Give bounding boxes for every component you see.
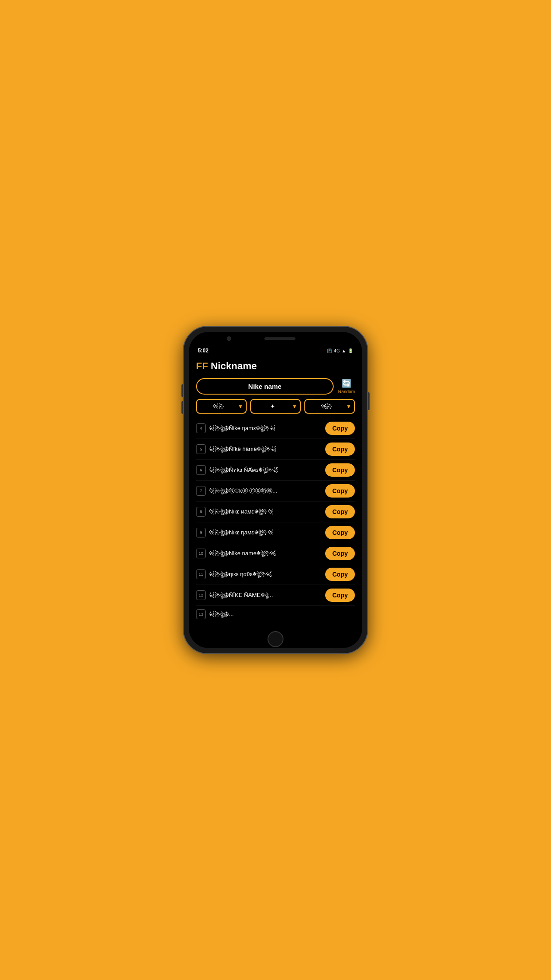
copy-button-8[interactable]: Copy xyxy=(325,505,355,518)
nickname-text-4: ꧁꧂ঔৣ☬Ňike ηamε☬ঔৣ꧂꧁ xyxy=(209,425,322,432)
nickname-text-13: ꧁꧂ঔৣ☬... xyxy=(209,611,355,618)
random-label: Random xyxy=(338,389,355,394)
row-num-13: 13 xyxy=(196,609,206,619)
random-button[interactable]: 🔄 Random xyxy=(338,379,355,394)
phone-screen: 5:02 📳 4G ▲ 🔋 FF Nickname 🔄 Random xyxy=(189,332,362,648)
nickname-row-6: 6 ꧁꧂ঔৣ☬Ňʏkз ŇȺмз☬ঔৣ꧂꧁ Copy xyxy=(196,460,355,481)
nickname-row-8: 8 ꧁꧂ঔৣ☬Nιкε иамε☬ঔৣ꧂꧁ Copy xyxy=(196,502,355,522)
power-button[interactable] xyxy=(368,392,370,410)
row-num-4: 4 xyxy=(196,423,206,433)
nickname-text-7: ꧁꧂ঔৣ☬Ⓝ①kⓔ ⓝⓐⓜⓔ... xyxy=(209,487,322,495)
copy-button-6[interactable]: Copy xyxy=(325,463,355,477)
filter-label-3: ꧁꧂ xyxy=(308,403,345,410)
row-left-13: 13 ꧁꧂ঔৣ☬... xyxy=(196,609,355,619)
filter-row: ꧁꧂ ▼ ✦ ▼ ꧁꧂ ▼ xyxy=(196,399,355,414)
phone-frame: 5:02 📳 4G ▲ 🔋 FF Nickname 🔄 Random xyxy=(184,327,367,653)
copy-button-4[interactable]: Copy xyxy=(325,422,355,435)
status-bar: 5:02 📳 4G ▲ 🔋 xyxy=(189,345,362,356)
nickname-text-11: ꧁꧂ঔৣ☬ηιкε ηαθε☬ঔৣ꧂꧁ xyxy=(209,571,322,578)
battery-icon: 🔋 xyxy=(348,348,353,353)
nickname-row-5: 5 ꧁꧂ঔৣ☬Ňïkë ňämë☬ঔৣ꧂꧁ Copy xyxy=(196,439,355,460)
nickname-row-12: 12 ꧁꧂ঔৣ☬ŇĪKΕ ŇАМΕ☬ঔৣ... Copy xyxy=(196,585,355,606)
nickname-text-6: ꧁꧂ঔৣ☬Ňʏkз ŇȺмз☬ঔৣ꧂꧁ xyxy=(209,466,322,474)
row-num-10: 10 xyxy=(196,549,206,558)
speaker xyxy=(264,337,295,340)
row-left-6: 6 ꧁꧂ঔৣ☬Ňʏkз ŇȺмз☬ঔৣ꧂꧁ xyxy=(196,465,322,475)
filter-button-3[interactable]: ꧁꧂ ▼ xyxy=(304,399,355,414)
nickname-text-5: ꧁꧂ঔৣ☬Ňïkë ňämë☬ঔৣ꧂꧁ xyxy=(209,446,322,453)
row-left-7: 7 ꧁꧂ঔৣ☬Ⓝ①kⓔ ⓝⓐⓜⓔ... xyxy=(196,486,322,496)
nickname-text-10: ꧁꧂ঔৣ☬Nike name☬ঔৣ꧂꧁ xyxy=(209,550,322,557)
copy-button-11[interactable]: Copy xyxy=(325,568,355,581)
random-icon: 🔄 xyxy=(342,379,351,388)
row-num-9: 9 xyxy=(196,528,206,537)
copy-button-10[interactable]: Copy xyxy=(325,547,355,560)
app-content: FF Nickname 🔄 Random ꧁꧂ ▼ ✦ ▼ xyxy=(189,356,362,630)
nickname-text-8: ꧁꧂ঔৣ☬Nιкε иамε☬ঔৣ꧂꧁ xyxy=(209,508,322,515)
phone-bottom-bar xyxy=(189,630,362,648)
row-num-7: 7 xyxy=(196,486,206,496)
filter-label-1: ꧁꧂ xyxy=(200,403,237,410)
filter-label-2: ✦ xyxy=(254,403,291,410)
copy-button-7[interactable]: Copy xyxy=(325,484,355,498)
row-left-10: 10 ꧁꧂ঔৣ☬Nike name☬ঔৣ꧂꧁ xyxy=(196,549,322,558)
chevron-icon-1: ▼ xyxy=(238,403,243,410)
row-num-12: 12 xyxy=(196,590,206,600)
chevron-icon-3: ▼ xyxy=(346,403,351,410)
row-num-5: 5 xyxy=(196,444,206,454)
copy-button-9[interactable]: Copy xyxy=(325,526,355,539)
search-input[interactable] xyxy=(196,378,334,395)
nickname-row-4: 4 ꧁꧂ঔৣ☬Ňike ηamε☬ঔৣ꧂꧁ Copy xyxy=(196,418,355,439)
row-left-5: 5 ꧁꧂ঔৣ☬Ňïkë ňämë☬ঔৣ꧂꧁ xyxy=(196,444,322,454)
vibrate-icon: 📳 xyxy=(327,348,332,353)
row-left-11: 11 ꧁꧂ঔৣ☬ηιкε ηαθε☬ঔৣ꧂꧁ xyxy=(196,569,322,579)
camera xyxy=(227,336,231,341)
row-left-12: 12 ꧁꧂ঔৣ☬ŇĪKΕ ŇАМΕ☬ঔৣ... xyxy=(196,590,322,600)
nickname-row-10: 10 ꧁꧂ঔৣ☬Nike name☬ঔৣ꧂꧁ Copy xyxy=(196,543,355,564)
signal-icon: 4G xyxy=(334,348,340,353)
nickname-row-13: 13 ꧁꧂ঔৣ☬... xyxy=(196,606,355,623)
row-num-6: 6 xyxy=(196,465,206,475)
title-rest: Nickname xyxy=(211,360,257,371)
wifi-icon: ▲ xyxy=(342,348,346,353)
row-num-11: 11 xyxy=(196,569,206,579)
copy-button-5[interactable]: Copy xyxy=(325,443,355,456)
chevron-icon-2: ▼ xyxy=(292,403,297,410)
vol-up-button[interactable] xyxy=(181,384,183,397)
nickname-row-11: 11 ꧁꧂ঔৣ☬ηιкε ηαθε☬ঔৣ꧂꧁ Copy xyxy=(196,564,355,585)
home-button[interactable] xyxy=(268,631,283,647)
row-left-9: 9 ꧁꧂ঔৣ☬Nιкε ηамε☬ঔৣ꧂꧁ xyxy=(196,528,322,537)
app-title: FF Nickname xyxy=(196,360,257,372)
row-left-8: 8 ꧁꧂ঔৣ☬Nιкε иамε☬ঔৣ꧂꧁ xyxy=(196,507,322,517)
title-ff: FF xyxy=(196,360,208,371)
copy-button-12[interactable]: Copy xyxy=(325,589,355,602)
phone-top-bar xyxy=(189,332,362,345)
nickname-text-9: ꧁꧂ঔৣ☬Nιкε ηамε☬ঔৣ꧂꧁ xyxy=(209,529,322,536)
vol-down-button[interactable] xyxy=(181,401,183,414)
filter-button-2[interactable]: ✦ ▼ xyxy=(250,399,301,414)
nickname-row-7: 7 ꧁꧂ঔৣ☬Ⓝ①kⓔ ⓝⓐⓜⓔ... Copy xyxy=(196,481,355,502)
search-row: 🔄 Random xyxy=(196,378,355,395)
row-left-4: 4 ꧁꧂ঔৣ☬Ňike ηamε☬ঔৣ꧂꧁ xyxy=(196,423,322,433)
status-icons: 📳 4G ▲ 🔋 xyxy=(327,348,353,353)
nickname-list: 4 ꧁꧂ঔৣ☬Ňike ηamε☬ঔৣ꧂꧁ Copy 5 ꧁꧂ঔৣ☬Ňïkë ň… xyxy=(196,418,355,623)
nickname-text-12: ꧁꧂ঔৣ☬ŇĪKΕ ŇАМΕ☬ঔৣ... xyxy=(209,592,322,599)
status-time: 5:02 xyxy=(198,348,209,354)
app-header: FF Nickname xyxy=(196,360,355,372)
row-num-8: 8 xyxy=(196,507,206,517)
filter-button-1[interactable]: ꧁꧂ ▼ xyxy=(196,399,247,414)
nickname-row-9: 9 ꧁꧂ঔৣ☬Nιкε ηамε☬ঔৣ꧂꧁ Copy xyxy=(196,522,355,543)
